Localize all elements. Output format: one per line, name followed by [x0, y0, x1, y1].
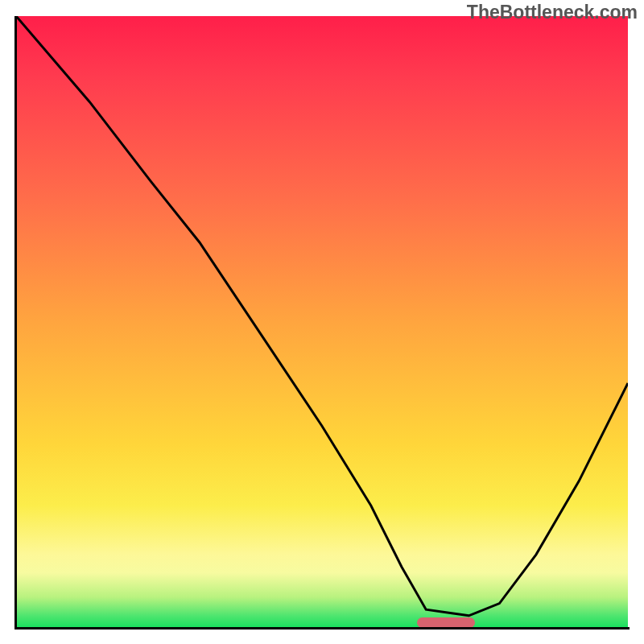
watermark-text: TheBottleneck.com: [467, 2, 638, 23]
chart-canvas: TheBottleneck.com: [0, 0, 644, 644]
x-axis-line: [14, 627, 630, 630]
bottleneck-curve: [16, 16, 628, 628]
plot-area: [16, 16, 628, 628]
y-axis-line: [14, 16, 17, 630]
